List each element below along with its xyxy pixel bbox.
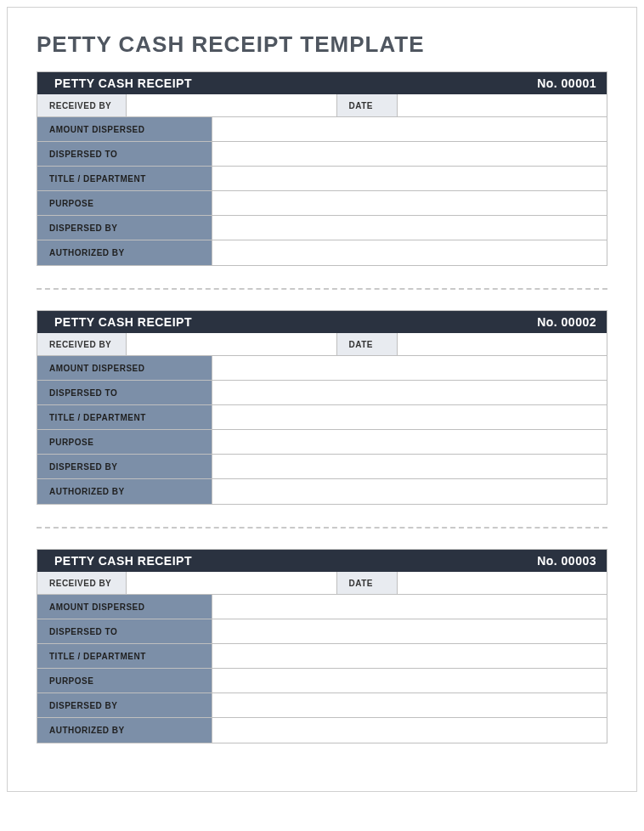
received-by-label: RECEIVED BY — [37, 572, 126, 594]
field-label: AMOUNT DISPERSED — [37, 117, 212, 141]
receipt-top-row: RECEIVED BYDATE — [37, 572, 607, 595]
field-value[interactable] — [212, 240, 607, 265]
received-by-label: RECEIVED BY — [37, 94, 126, 116]
receipt-header: PETTY CASH RECEIPTNo. 00003 — [37, 550, 607, 572]
field-row: TITLE / DEPARTMENT — [37, 405, 607, 430]
field-row: AMOUNT DISPERSED — [37, 117, 607, 142]
field-value[interactable] — [212, 191, 607, 215]
received-by-value[interactable] — [126, 333, 337, 355]
receipt-top-row: RECEIVED BYDATE — [37, 333, 607, 356]
field-row: AMOUNT DISPERSED — [37, 595, 607, 619]
field-row: TITLE / DEPARTMENT — [37, 167, 607, 191]
field-value[interactable] — [212, 595, 607, 619]
field-row: TITLE / DEPARTMENT — [37, 644, 607, 669]
receipt-separator — [37, 527, 607, 529]
field-label: PURPOSE — [37, 669, 212, 692]
receipt-header-number: No. 00001 — [537, 76, 596, 90]
field-label: TITLE / DEPARTMENT — [37, 644, 212, 668]
field-value[interactable] — [212, 405, 607, 429]
receipt-header-title: PETTY CASH RECEIPT — [54, 315, 192, 329]
field-label: AMOUNT DISPERSED — [37, 356, 212, 380]
field-row: DISPERSED TO — [37, 381, 607, 405]
field-value[interactable] — [212, 216, 607, 240]
receipt-header-title: PETTY CASH RECEIPT — [54, 76, 192, 90]
field-value[interactable] — [212, 117, 607, 141]
field-row: AMOUNT DISPERSED — [37, 356, 607, 381]
receipts-container: PETTY CASH RECEIPTNo. 00001RECEIVED BYDA… — [37, 71, 607, 743]
field-label: AMOUNT DISPERSED — [37, 595, 212, 619]
receipt: PETTY CASH RECEIPTNo. 00003RECEIVED BYDA… — [37, 549, 607, 743]
field-value[interactable] — [212, 693, 607, 717]
field-label: TITLE / DEPARTMENT — [37, 167, 212, 190]
page-title: PETTY CASH RECEIPT TEMPLATE — [37, 31, 607, 58]
field-label: DISPERSED BY — [37, 216, 212, 240]
field-row: AUTHORIZED BY — [37, 479, 607, 504]
receipt: PETTY CASH RECEIPTNo. 00002RECEIVED BYDA… — [37, 310, 607, 505]
field-value[interactable] — [212, 718, 607, 743]
received-by-value[interactable] — [126, 572, 337, 594]
field-value[interactable] — [212, 644, 607, 668]
field-row: PURPOSE — [37, 669, 607, 693]
received-by-value[interactable] — [126, 94, 337, 116]
field-label: PURPOSE — [37, 430, 212, 454]
receipt-header-title: PETTY CASH RECEIPT — [54, 554, 192, 568]
receipt-header-number: No. 00003 — [537, 554, 596, 568]
field-label: DISPERSED BY — [37, 455, 212, 478]
receipt-header-number: No. 00002 — [537, 315, 596, 329]
field-value[interactable] — [212, 167, 607, 190]
field-value[interactable] — [212, 479, 607, 504]
received-by-label: RECEIVED BY — [37, 333, 126, 355]
field-value[interactable] — [212, 455, 607, 478]
field-row: AUTHORIZED BY — [37, 718, 607, 743]
date-label: DATE — [337, 333, 397, 355]
field-label: AUTHORIZED BY — [37, 718, 212, 743]
date-value[interactable] — [397, 572, 607, 594]
page: PETTY CASH RECEIPT TEMPLATE PETTY CASH R… — [7, 7, 637, 792]
field-label: AUTHORIZED BY — [37, 479, 212, 504]
field-label: PURPOSE — [37, 191, 212, 215]
field-row: PURPOSE — [37, 191, 607, 216]
field-value[interactable] — [212, 430, 607, 454]
receipt-header: PETTY CASH RECEIPTNo. 00001 — [37, 72, 607, 94]
field-value[interactable] — [212, 142, 607, 166]
receipt-header: PETTY CASH RECEIPTNo. 00002 — [37, 311, 607, 333]
date-value[interactable] — [397, 94, 607, 116]
receipt-top-row: RECEIVED BYDATE — [37, 94, 607, 117]
date-label: DATE — [337, 94, 397, 116]
field-label: DISPERSED BY — [37, 693, 212, 717]
field-row: PURPOSE — [37, 430, 607, 455]
field-label: TITLE / DEPARTMENT — [37, 405, 212, 429]
field-row: DISPERSED BY — [37, 693, 607, 718]
field-row: DISPERSED TO — [37, 142, 607, 167]
field-label: DISPERSED TO — [37, 142, 212, 166]
field-row: DISPERSED BY — [37, 216, 607, 240]
field-label: AUTHORIZED BY — [37, 240, 212, 265]
field-label: DISPERSED TO — [37, 619, 212, 643]
field-value[interactable] — [212, 381, 607, 404]
receipt: PETTY CASH RECEIPTNo. 00001RECEIVED BYDA… — [37, 71, 607, 266]
date-label: DATE — [337, 572, 397, 594]
field-row: AUTHORIZED BY — [37, 240, 607, 265]
receipt-separator — [37, 288, 607, 290]
field-row: DISPERSED TO — [37, 619, 607, 644]
field-row: DISPERSED BY — [37, 455, 607, 479]
field-value[interactable] — [212, 619, 607, 643]
date-value[interactable] — [397, 333, 607, 355]
field-label: DISPERSED TO — [37, 381, 212, 404]
field-value[interactable] — [212, 356, 607, 380]
field-value[interactable] — [212, 669, 607, 692]
